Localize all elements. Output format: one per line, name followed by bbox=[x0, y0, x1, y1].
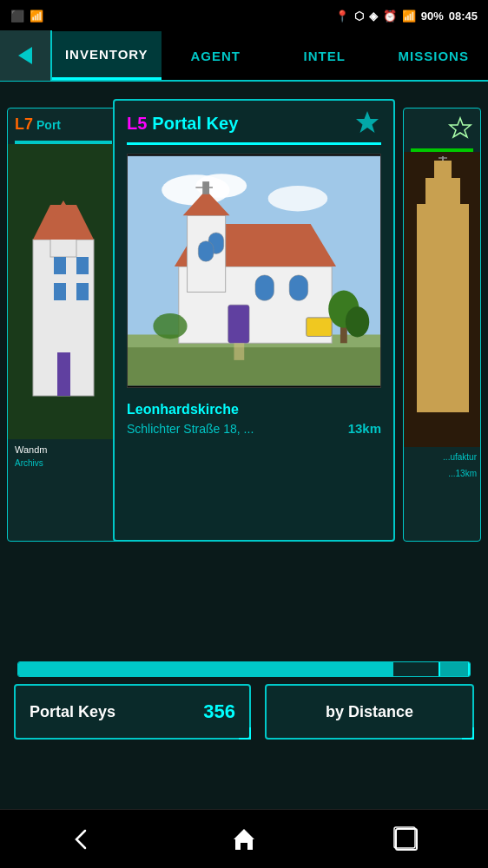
main-card-level: L5 Portal Key bbox=[127, 114, 238, 134]
nfc-icon: ◈ bbox=[369, 10, 378, 23]
svg-rect-22 bbox=[128, 343, 380, 385]
nav-tabs: INVENTORY AGENT INTEL MISSIONS bbox=[52, 31, 488, 80]
svg-point-40 bbox=[153, 313, 187, 339]
main-card-header: L5 Portal Key bbox=[115, 101, 393, 142]
portal-keys-label: Portal Keys bbox=[30, 703, 115, 721]
portal-keys-button[interactable]: Portal Keys 356 bbox=[14, 684, 251, 740]
nav-home-icon bbox=[228, 824, 260, 855]
location-name: Leonhardskirche bbox=[127, 402, 381, 418]
right-card-name: ...ufaktur bbox=[404, 447, 480, 464]
svg-rect-36 bbox=[307, 318, 332, 337]
time-display: 08:45 bbox=[449, 10, 478, 23]
svg-rect-32 bbox=[289, 275, 308, 300]
right-card-star-icon bbox=[447, 115, 473, 141]
nav-back-button[interactable] bbox=[56, 818, 108, 861]
ingress-star-icon bbox=[353, 109, 381, 137]
portal-keys-count: 356 bbox=[203, 700, 235, 723]
svg-rect-33 bbox=[198, 241, 214, 262]
alarm-icon: ⏰ bbox=[383, 10, 397, 23]
svg-marker-41 bbox=[234, 829, 254, 850]
svg-point-39 bbox=[346, 306, 369, 337]
tab-missions[interactable]: MISSIONS bbox=[379, 31, 489, 80]
right-card[interactable]: ...ufaktur ...13km bbox=[403, 108, 481, 542]
by-distance-label: by Distance bbox=[326, 703, 413, 721]
svg-rect-6 bbox=[76, 257, 89, 274]
by-distance-button[interactable]: by Distance bbox=[265, 684, 474, 740]
main-card[interactable]: L5 Portal Key bbox=[113, 99, 395, 542]
svg-rect-35 bbox=[234, 343, 244, 360]
back-arrow-icon bbox=[18, 47, 32, 64]
svg-rect-9 bbox=[57, 352, 70, 396]
screen-icon: ⬛ bbox=[10, 10, 24, 23]
svg-rect-42 bbox=[396, 829, 417, 850]
left-card-image-svg bbox=[16, 153, 111, 431]
left-card-sub: Archivs bbox=[8, 457, 119, 470]
right-card-dist: ...13km bbox=[404, 464, 480, 480]
left-card[interactable]: L7 Port Wandm A bbox=[7, 108, 120, 542]
svg-rect-43 bbox=[394, 827, 415, 848]
svg-rect-14 bbox=[434, 161, 452, 187]
svg-rect-12 bbox=[417, 204, 469, 412]
back-button[interactable] bbox=[0, 30, 52, 81]
main-card-progress-bar bbox=[127, 142, 381, 145]
bottom-buttons: Portal Keys 356 by Distance bbox=[0, 684, 488, 740]
svg-rect-8 bbox=[76, 283, 89, 300]
left-card-type: Port bbox=[36, 118, 61, 132]
battery-text: 90% bbox=[421, 10, 444, 23]
location-distance: 13km bbox=[348, 421, 381, 436]
location-icon: 📍 bbox=[335, 10, 349, 23]
top-nav: INVENTORY AGENT INTEL MISSIONS bbox=[0, 31, 488, 82]
status-right: 📍 ⬡ ◈ ⏰ 📶 90% 08:45 bbox=[335, 10, 478, 23]
nav-recent-button[interactable] bbox=[380, 818, 432, 861]
tab-intel[interactable]: INTEL bbox=[270, 31, 379, 80]
signal-icon: 📶 bbox=[402, 10, 416, 23]
right-card-level bbox=[404, 108, 480, 148]
right-card-image bbox=[404, 152, 480, 447]
nav-recent-icon bbox=[391, 824, 422, 855]
slider-track[interactable] bbox=[17, 661, 471, 677]
nav-back-icon bbox=[66, 824, 97, 855]
tab-inventory[interactable]: INVENTORY bbox=[52, 31, 162, 80]
svg-rect-34 bbox=[228, 305, 249, 343]
svg-rect-5 bbox=[54, 257, 66, 274]
main-card-location: Leonhardskirche Schlichter Straße 18, ..… bbox=[115, 397, 393, 439]
bottom-nav bbox=[0, 809, 488, 868]
svg-rect-31 bbox=[255, 275, 274, 300]
location-address: Schlichter Straße 18, ... 13km bbox=[127, 421, 381, 436]
wifi-icon: 📶 bbox=[30, 10, 43, 23]
slider-area[interactable] bbox=[0, 661, 488, 677]
cards-area: L7 Port Wandm A bbox=[0, 99, 488, 550]
bluetooth-icon: ⬡ bbox=[354, 10, 364, 23]
svg-marker-17 bbox=[356, 111, 379, 133]
main-card-title: Portal Key bbox=[152, 114, 238, 134]
status-bar: ⬛ 📶 📍 ⬡ ◈ ⏰ 📶 90% 08:45 bbox=[0, 0, 488, 31]
right-card-image-svg bbox=[404, 152, 480, 447]
left-card-image bbox=[8, 144, 119, 439]
status-left: ⬛ 📶 bbox=[10, 10, 43, 23]
main-card-icon bbox=[353, 109, 381, 137]
tab-agent[interactable]: AGENT bbox=[162, 31, 271, 80]
svg-point-21 bbox=[268, 186, 328, 211]
location-street: Schlichter Straße 18, ... bbox=[127, 422, 254, 436]
left-card-level: L7 bbox=[15, 115, 33, 134]
slider-thumb[interactable] bbox=[439, 661, 470, 677]
church-image-svg bbox=[128, 155, 380, 387]
svg-marker-10 bbox=[450, 118, 471, 137]
left-card-header: L7 Port bbox=[8, 108, 119, 141]
left-card-name: Wandm bbox=[8, 439, 119, 457]
nav-home-button[interactable] bbox=[218, 818, 270, 861]
main-content: L7 Port Wandm A bbox=[0, 82, 488, 799]
svg-rect-7 bbox=[54, 283, 66, 300]
main-card-level-text: L5 bbox=[127, 114, 147, 134]
main-card-image bbox=[127, 154, 381, 388]
slider-fill bbox=[18, 662, 393, 676]
